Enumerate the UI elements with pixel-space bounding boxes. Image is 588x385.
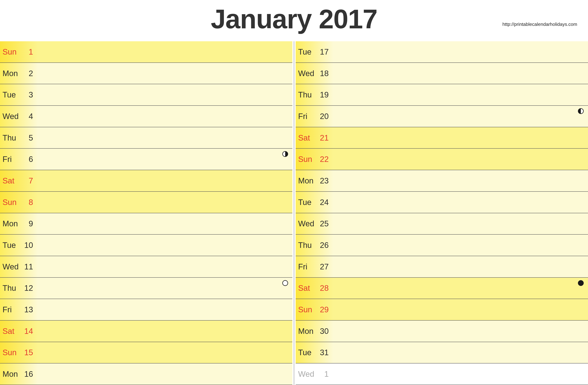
date-cell: Tue17 [296, 41, 333, 62]
day-of-week: Wed [298, 369, 318, 379]
day-number: 14 [22, 327, 33, 336]
calendar-body: Sun1Mon2Tue3Wed4Thu5Fri6Sat7Sun8Mon9Tue1… [0, 41, 588, 385]
column-divider [294, 41, 294, 385]
day-number: 9 [22, 219, 33, 228]
date-cell: Sun1 [0, 41, 38, 62]
day-of-week: Tue [298, 198, 318, 207]
calendar-row: Sun15 [0, 342, 292, 364]
note-area [333, 364, 588, 385]
calendar-row: Sun8 [0, 192, 292, 213]
date-cell: Mon23 [296, 170, 333, 191]
note-area [38, 321, 292, 342]
day-number: 17 [318, 47, 329, 56]
note-area [333, 213, 588, 234]
day-of-week: Sat [2, 176, 22, 185]
moon-phase-icon [282, 280, 288, 286]
day-number: 10 [22, 241, 33, 250]
day-number: 20 [318, 112, 329, 121]
day-of-week: Thu [2, 133, 22, 142]
date-cell: Sun8 [0, 192, 38, 213]
calendar-row: Fri6 [0, 149, 292, 170]
note-area [38, 256, 292, 277]
date-cell: Sat7 [0, 170, 38, 191]
note-area [333, 84, 588, 105]
day-of-week: Fri [298, 262, 318, 271]
calendar-row: Wed4 [0, 106, 292, 127]
day-of-week: Mon [2, 369, 22, 379]
calendar-row: Mon23 [296, 170, 588, 192]
note-area [333, 278, 588, 299]
day-of-week: Wed [298, 219, 318, 228]
note-area [38, 84, 292, 105]
day-number: 30 [318, 327, 329, 336]
date-cell: Fri13 [0, 299, 38, 320]
day-number: 5 [22, 133, 33, 142]
calendar-row: Tue17 [296, 41, 588, 63]
date-cell: Mon16 [0, 364, 38, 385]
day-number: 16 [22, 369, 33, 379]
moon-phase-icon [578, 108, 584, 114]
day-of-week: Sat [2, 327, 22, 336]
day-number: 13 [22, 305, 33, 314]
note-area [38, 170, 292, 191]
date-cell: Wed11 [0, 256, 38, 277]
date-cell: Tue10 [0, 235, 38, 256]
note-area [38, 63, 292, 84]
day-number: 15 [22, 348, 33, 357]
date-cell: Mon2 [0, 63, 38, 84]
calendar-row: Thu12 [0, 278, 292, 299]
calendar-row: Wed1 [296, 364, 588, 385]
calendar-row: Sat21 [296, 127, 588, 149]
date-cell: Fri20 [296, 106, 333, 127]
day-of-week: Mon [2, 69, 22, 78]
day-number: 25 [318, 219, 329, 228]
date-cell: Thu12 [0, 278, 38, 299]
day-number: 29 [318, 305, 329, 314]
day-of-week: Tue [298, 47, 318, 56]
note-area [333, 106, 588, 127]
day-number: 18 [318, 69, 329, 78]
calendar-row: Fri27 [296, 256, 588, 278]
calendar-row: Thu26 [296, 235, 588, 256]
date-cell: Thu26 [296, 235, 333, 256]
source-url: http://printablecalendarholidays.com [503, 21, 577, 27]
calendar-row: Tue31 [296, 342, 588, 364]
day-number: 21 [318, 133, 329, 142]
date-cell: Mon9 [0, 213, 38, 234]
calendar-row: Thu5 [0, 127, 292, 149]
date-cell: Sun22 [296, 149, 333, 170]
date-cell: Tue3 [0, 84, 38, 105]
day-number: 2 [22, 69, 33, 78]
day-of-week: Wed [2, 112, 22, 121]
calendar-row: Mon2 [0, 63, 292, 84]
day-of-week: Thu [298, 90, 318, 99]
calendar-row: Wed18 [296, 63, 588, 84]
note-area [38, 127, 292, 148]
note-area [38, 364, 292, 385]
day-of-week: Fri [298, 112, 318, 121]
calendar-row: Sun29 [296, 299, 588, 321]
day-number: 22 [318, 155, 329, 164]
note-area [38, 235, 292, 256]
calendar-row: Thu19 [296, 84, 588, 106]
date-cell: Sat21 [296, 127, 333, 148]
note-area [333, 321, 588, 342]
note-area [333, 149, 588, 170]
day-number: 4 [22, 112, 33, 121]
note-area [333, 170, 588, 191]
date-cell: Thu5 [0, 127, 38, 148]
day-of-week: Tue [2, 241, 22, 250]
note-area [333, 41, 588, 62]
note-area [38, 299, 292, 320]
date-cell: Fri6 [0, 149, 38, 170]
date-cell: Sat28 [296, 278, 333, 299]
calendar-row: Mon30 [296, 321, 588, 342]
day-number: 6 [22, 155, 33, 164]
calendar-row: Sat14 [0, 321, 292, 342]
day-number: 12 [22, 284, 33, 292]
note-area [333, 63, 588, 84]
day-number: 28 [318, 284, 329, 292]
calendar-row: Sun1 [0, 41, 292, 63]
day-number: 23 [318, 176, 329, 185]
calendar-column-right: Tue17Wed18Thu19Fri20Sat21Sun22Mon23Tue24… [296, 41, 588, 385]
